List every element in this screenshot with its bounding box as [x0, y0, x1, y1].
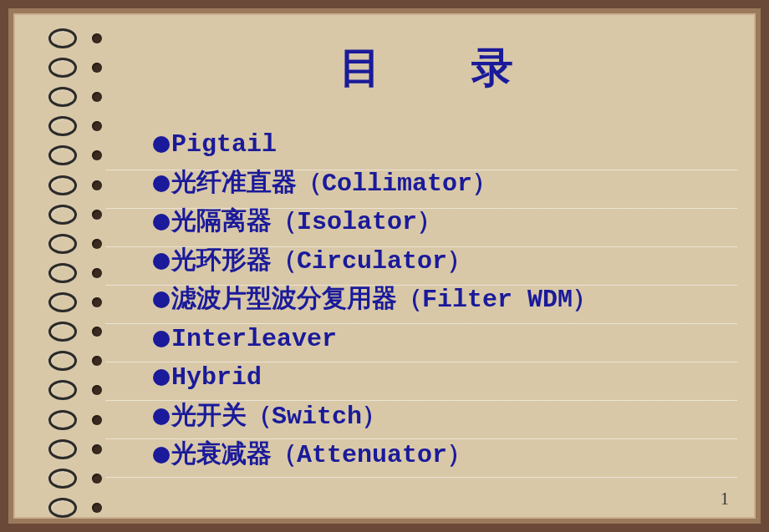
list-item: 光纤准直器（Collimator）	[153, 165, 754, 204]
binding-hole	[48, 174, 107, 197]
list-item: Pigtail	[153, 125, 754, 165]
slide-mid-frame: 目 录 Pigtail 光纤准直器（Collimator） 光隔离器（Isola…	[13, 13, 756, 519]
item-text: Interleaver	[171, 320, 337, 359]
item-text: 光衰减器（Attenuator）	[171, 436, 472, 475]
page-title: 目 录	[99, 40, 754, 96]
binding-hole	[48, 203, 107, 226]
list-item: 光开关（Switch）	[153, 398, 754, 437]
bullet-icon	[153, 447, 170, 464]
item-text: 光纤准直器（Collimator）	[171, 165, 497, 204]
table-of-contents: Pigtail 光纤准直器（Collimator） 光隔离器（Isolator）…	[99, 125, 754, 475]
page-number: 1	[721, 489, 729, 509]
item-text: 光开关（Switch）	[171, 398, 387, 437]
binding-hole	[48, 261, 107, 285]
item-text: Pigtail	[171, 125, 277, 165]
slide-outer-frame: 目 录 Pigtail 光纤准直器（Collimator） 光隔离器（Isola…	[8, 8, 761, 524]
bullet-icon	[153, 136, 170, 153]
binding-hole	[48, 291, 107, 314]
binding-hole	[48, 232, 107, 256]
bullet-icon	[153, 408, 170, 425]
bullet-icon	[153, 291, 170, 308]
list-item: 光衰减器（Attenuator）	[153, 436, 754, 475]
item-text: 滤波片型波分复用器（Filter WDM）	[171, 281, 598, 320]
binding-hole	[48, 378, 107, 402]
binding-hole	[48, 56, 107, 79]
binding-hole	[48, 320, 107, 343]
bullet-icon	[153, 175, 170, 192]
bullet-icon	[153, 214, 170, 231]
bullet-icon	[153, 253, 170, 270]
binding-hole	[48, 438, 107, 461]
binding-hole	[48, 27, 107, 50]
binding-hole	[48, 467, 107, 490]
list-item: 光环形器（Circulator）	[153, 242, 754, 281]
spiral-binding	[48, 23, 107, 509]
bullet-icon	[153, 331, 170, 347]
binding-hole	[48, 114, 107, 138]
binding-hole	[48, 408, 107, 432]
list-item: 滤波片型波分复用器（Filter WDM）	[153, 281, 754, 320]
bullet-icon	[153, 369, 170, 386]
binding-hole	[48, 496, 107, 519]
list-item: Hybrid	[153, 358, 754, 398]
binding-hole	[48, 85, 107, 109]
item-text: Hybrid	[171, 358, 262, 398]
binding-hole	[48, 349, 107, 372]
item-text: 光环形器（Circulator）	[171, 242, 472, 281]
notebook-page: 目 录 Pigtail 光纤准直器（Collimator） 光隔离器（Isola…	[15, 15, 754, 517]
item-text: 光隔离器（Isolator）	[171, 203, 442, 242]
binding-hole	[48, 144, 107, 167]
list-item: Interleaver	[153, 320, 754, 359]
list-item: 光隔离器（Isolator）	[153, 203, 754, 242]
